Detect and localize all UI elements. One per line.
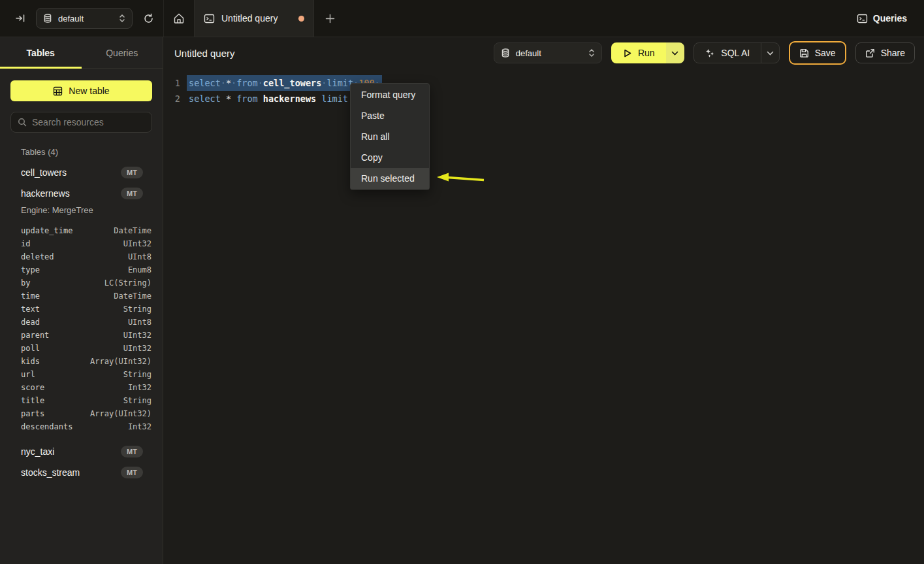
- home-icon: [173, 12, 185, 24]
- table-name: nyc_taxi: [21, 446, 121, 457]
- code-token: hackernews: [263, 93, 316, 104]
- table-row[interactable]: hackernewsMT: [0, 183, 163, 204]
- code-token: ·: [221, 78, 226, 88]
- column-row: parentUInt32: [0, 329, 163, 342]
- queries-button[interactable]: Queries: [840, 0, 924, 37]
- column-row: idUInt32: [0, 237, 163, 250]
- column-type: String: [123, 396, 151, 405]
- chevron-updown-icon: [588, 48, 595, 58]
- engine-badge: MT: [121, 188, 143, 199]
- query-database-selector[interactable]: default: [494, 42, 602, 63]
- column-name: descendants: [21, 422, 128, 431]
- tab-untitled-query[interactable]: Untitled query: [194, 0, 314, 37]
- column-row: pollUInt32: [0, 342, 163, 355]
- table-row[interactable]: nyc_taxiMT: [0, 441, 163, 462]
- context-menu: Format queryPasteRun allCopyRun selected: [350, 83, 430, 190]
- column-type: UInt32: [123, 344, 151, 353]
- tables-list: cell_towersMThackernewsMTEngine: MergeTr…: [0, 162, 163, 483]
- play-icon: [622, 48, 632, 58]
- column-type: Array(UInt32): [90, 409, 151, 418]
- column-type: Enum8: [128, 265, 151, 274]
- column-name: kids: [21, 357, 90, 366]
- table-row[interactable]: cell_towersMT: [0, 162, 163, 183]
- column-name: title: [21, 396, 123, 405]
- column-type: UInt8: [128, 252, 151, 261]
- new-tab-button[interactable]: [314, 0, 345, 37]
- table-name: cell_towers: [21, 167, 121, 178]
- code-token: cell_towers: [263, 78, 321, 88]
- chevron-updown-icon: [119, 14, 125, 23]
- column-row: typeEnum8: [0, 263, 163, 276]
- new-table-button[interactable]: New table: [10, 80, 152, 101]
- column-row: byLC(String): [0, 276, 163, 290]
- tables-section-label: Tables (4): [21, 147, 152, 157]
- database-icon: [501, 48, 510, 58]
- column-row: kidsArray(UInt32): [0, 355, 163, 368]
- database-selector-value: default: [58, 14, 113, 24]
- code-token: limit: [327, 78, 353, 88]
- menu-item-copy[interactable]: Copy: [351, 147, 429, 168]
- sql-editor[interactable]: 1select·*·from·cell_towers·limit·100·2se…: [163, 69, 924, 564]
- table-row[interactable]: stocks_streamMT: [0, 462, 163, 483]
- column-row: partsArray(UInt32): [0, 407, 163, 420]
- top-bar: default: [0, 0, 924, 37]
- line-number: 1: [163, 75, 180, 91]
- code-token: *: [226, 78, 231, 88]
- sparkles-icon: [705, 48, 715, 58]
- sql-ai-options-caret[interactable]: [761, 43, 779, 63]
- sidebar-tab-queries-label: Queries: [106, 48, 138, 58]
- save-icon: [799, 48, 809, 58]
- run-options-caret[interactable]: [666, 42, 684, 63]
- column-row: descendantsInt32: [0, 420, 163, 433]
- database-icon: [43, 14, 52, 23]
- column-row: deadUInt8: [0, 316, 163, 329]
- search-input[interactable]: [32, 117, 145, 127]
- collapse-sidebar-icon[interactable]: [15, 13, 25, 24]
- code-token: [231, 93, 236, 104]
- column-type: LC(String): [104, 278, 151, 288]
- menu-item-run-all[interactable]: Run all: [351, 126, 429, 147]
- code-line: 2select * from hackernews limit: [163, 91, 924, 107]
- menu-item-paste[interactable]: Paste: [351, 105, 429, 126]
- column-name: score: [21, 383, 128, 392]
- save-button[interactable]: Save: [789, 41, 846, 65]
- sidebar-tab-tables[interactable]: Tables: [0, 37, 82, 68]
- column-name: id: [21, 239, 123, 248]
- refresh-icon[interactable]: [143, 13, 154, 24]
- query-title: Untitled query: [174, 48, 494, 59]
- code-line: 1select·*·from·cell_towers·limit·100·: [163, 75, 924, 91]
- new-table-button-label: New table: [69, 86, 109, 96]
- column-type: UInt32: [123, 331, 151, 340]
- menu-item-run-selected[interactable]: Run selected: [351, 168, 429, 189]
- column-type: Array(UInt32): [90, 357, 151, 366]
- sidebar-tab-tables-label: Tables: [27, 48, 55, 58]
- code-token: select: [189, 93, 221, 104]
- column-row: timeDateTime: [0, 290, 163, 303]
- code-token: [258, 93, 263, 104]
- engine-badge: MT: [121, 167, 143, 178]
- line-number: 2: [163, 91, 180, 107]
- run-split-button: Run: [611, 42, 684, 63]
- main-panel: Untitled query default: [163, 37, 924, 564]
- run-button-label: Run: [638, 48, 655, 58]
- database-selector[interactable]: default: [36, 8, 133, 29]
- queries-button-label: Queries: [873, 13, 907, 24]
- table-grid-icon: [53, 86, 63, 96]
- sidebar-tabs: Tables Queries: [0, 37, 163, 69]
- sql-ai-button[interactable]: SQL AI: [694, 43, 761, 63]
- tab-title: Untitled query: [221, 13, 292, 24]
- column-row: textString: [0, 303, 163, 316]
- menu-item-format-query[interactable]: Format query: [351, 84, 429, 105]
- column-name: deleted: [21, 252, 128, 261]
- run-button[interactable]: Run: [611, 42, 666, 63]
- sidebar-tab-queries[interactable]: Queries: [82, 37, 163, 68]
- code-token: select: [189, 78, 221, 88]
- share-button[interactable]: Share: [855, 42, 915, 63]
- sidebar: Tables Queries New table: [0, 37, 163, 564]
- home-tab[interactable]: [163, 0, 194, 37]
- terminal-icon: [857, 13, 868, 24]
- code-token: from: [236, 78, 258, 88]
- table-name: hackernews: [21, 188, 121, 199]
- column-type: DateTime: [114, 291, 151, 301]
- column-name: time: [21, 291, 114, 301]
